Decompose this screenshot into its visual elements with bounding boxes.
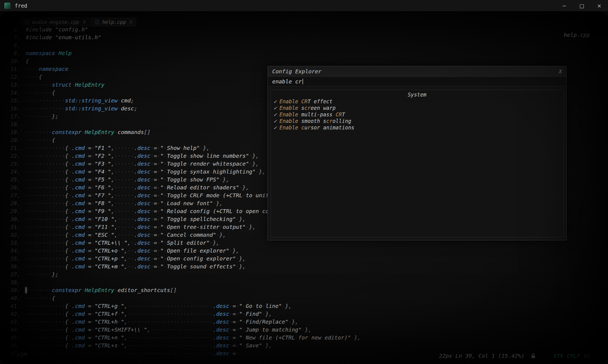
code-token: "·Save" — [239, 342, 262, 349]
config-option[interactable]: ✓Enable screen warp — [274, 105, 561, 111]
tab-help-cpp[interactable]: C help.cpp X — [91, 17, 136, 26]
line-number: 13. — [0, 81, 26, 89]
config-option-label: Enable CRT effect — [279, 98, 333, 105]
whitespace-dots: · — [91, 342, 95, 349]
line-text: ············{·.cmd·=·"CTRL+\\·",·.desc·=… — [26, 239, 220, 247]
line-number: 30. — [0, 215, 26, 223]
maximize-button[interactable]: □ — [573, 0, 591, 11]
tab-close-icon[interactable]: X — [130, 19, 133, 25]
whitespace-dots: · — [91, 255, 95, 262]
whitespace-dots: · — [91, 326, 95, 333]
option-text-segment: CR — [301, 98, 308, 104]
line-text: ············{·.cmd·=·"F1·",······.desc·=… — [26, 144, 209, 152]
whitespace-dots: · — [200, 145, 203, 151]
whitespace-dots: · — [85, 168, 88, 175]
code-token: ············ — [26, 200, 65, 207]
whitespace-dots: · — [151, 153, 154, 159]
code-token: .cmd — [72, 303, 85, 309]
whitespace-dots: · — [236, 342, 239, 349]
whitespace-dots: · — [85, 224, 88, 230]
code-token: .cmd — [72, 224, 85, 230]
whitespace-dots: · — [68, 232, 72, 238]
option-text-segment: een warp — [311, 105, 336, 111]
config-option[interactable]: ✓Enable multi-pass CRT — [274, 111, 561, 118]
code-token: ····· — [118, 232, 134, 238]
whitespace-dots: · — [68, 145, 72, 151]
line-number: 23. — [0, 160, 26, 168]
whitespace-dots: · — [220, 153, 223, 159]
config-option[interactable]: ✓Enable cursor animations — [274, 124, 561, 131]
tab-audio-engine-cpp[interactable]: C audio-engine.cpp X — [20, 17, 90, 26]
cpp-file-icon: C — [95, 20, 100, 25]
code-token: ······ — [114, 200, 134, 207]
whitespace-dots: · — [229, 247, 233, 254]
code-token: .cmd — [72, 263, 85, 270]
whitespace-dots: · — [249, 153, 252, 159]
whitespace-dots: · — [351, 334, 354, 341]
status-flag-ws: WS — [584, 353, 591, 359]
whitespace-dots: · — [187, 232, 190, 238]
code-token: .desc — [134, 200, 150, 207]
whitespace-dots: · — [196, 247, 200, 254]
code-token: , — [124, 311, 127, 317]
code-token: ············ — [26, 160, 65, 167]
config-search-input[interactable]: enable cr — [268, 77, 566, 86]
option-text-segment: smooth s — [298, 118, 326, 124]
code-token: {· — [65, 192, 72, 199]
whitespace-dots: · — [85, 145, 88, 151]
whitespace-dots: · — [104, 200, 108, 207]
whitespace-dots: · — [187, 192, 190, 199]
whitespace-dots: · — [157, 168, 160, 175]
status-position-info: 22px Ln 39, Col 1 (15.42%) — [439, 353, 525, 359]
code-token: .desc — [134, 232, 150, 238]
whitespace-dots: · — [262, 311, 265, 317]
code-token: ·=· — [229, 311, 239, 317]
whitespace-dots: · — [151, 255, 154, 262]
line-text: { — [26, 57, 29, 65]
code-token: ······ — [114, 160, 134, 167]
whitespace-dots: · — [68, 303, 72, 309]
code-token: .cmd — [72, 184, 85, 191]
whitespace-dots: · — [164, 153, 167, 159]
code-token: .cmd — [72, 208, 85, 214]
code-token: {· — [65, 318, 72, 325]
code-token: "ESC·" — [95, 232, 114, 238]
option-text-segment: sor animations — [311, 125, 354, 131]
code-token: namespace — [26, 50, 55, 56]
line-number: 36. — [0, 263, 26, 271]
config-option[interactable]: ✓Enable smooth scrolling — [274, 118, 561, 124]
svg-text:C: C — [26, 21, 27, 23]
whitespace-dots: · — [220, 224, 223, 230]
whitespace-dots: · — [203, 255, 206, 262]
config-option[interactable]: ✓Enable CRT effect — [274, 98, 561, 105]
code-token: .cmd — [72, 334, 85, 341]
whitespace-dots: · — [164, 145, 167, 151]
whitespace-dots: · — [68, 208, 72, 214]
whitespace-dots: · — [91, 263, 95, 270]
code-line: 10.{ — [0, 57, 361, 65]
close-button[interactable]: × — [591, 0, 608, 11]
minimize-button[interactable]: − — [556, 0, 573, 11]
option-text-segment: Enable — [279, 98, 298, 104]
whitespace-dots: · — [164, 160, 167, 167]
code-token: ·=· — [151, 224, 160, 230]
tab-close-icon[interactable]: X — [83, 19, 86, 25]
whitespace-dots: · — [272, 334, 275, 341]
code-token: ········ — [26, 137, 52, 143]
dialog-close-button[interactable]: X — [559, 68, 562, 74]
code-token: "config.h" — [55, 26, 88, 33]
code-token: ·}, — [302, 326, 312, 333]
code-token: Help — [58, 50, 71, 56]
code-token: ········ — [26, 129, 52, 135]
whitespace-dots: · — [91, 232, 95, 238]
code-token: desc — [121, 105, 134, 112]
code-token: ·}, — [236, 255, 246, 262]
code-token: ·· — [127, 263, 134, 270]
code-token: "F8·" — [95, 200, 111, 207]
whitespace-dots: · — [52, 26, 55, 33]
code-token: "F2·" — [95, 153, 111, 159]
whitespace-dots: · — [242, 342, 246, 349]
code-token: ············ — [26, 145, 65, 151]
code-token: "CTRL+m·" — [95, 263, 124, 270]
code-token: "·Load·new·font" — [160, 200, 213, 207]
